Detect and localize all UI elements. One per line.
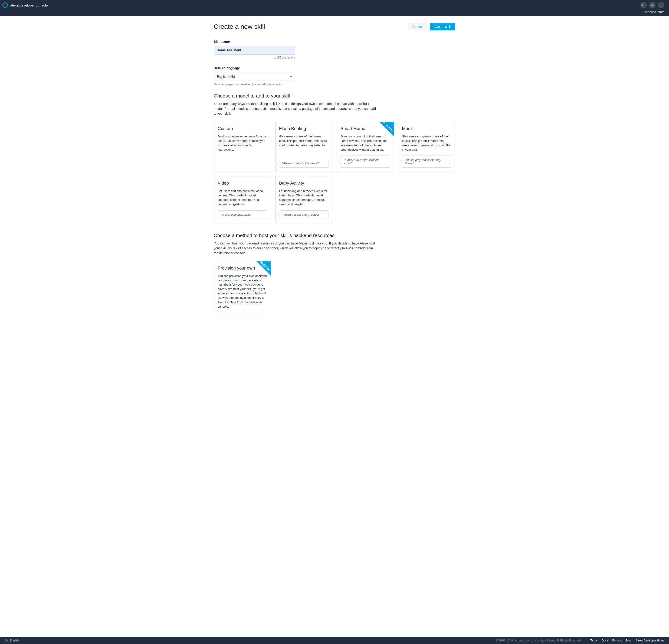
model-section-title: Choose a model to add to your skill xyxy=(214,93,455,99)
svg-point-5 xyxy=(661,6,661,7)
model-card-desc: Design a unique experience for your user… xyxy=(218,134,267,167)
model-card-desc: Let users find and consume video content… xyxy=(218,189,267,206)
header-top: alexa developer console XH xyxy=(0,0,669,10)
language-section: Default language English (US) More langu… xyxy=(214,66,455,86)
model-card-title: Video xyxy=(218,181,267,186)
model-card-title: Flash Briefing xyxy=(279,126,329,131)
footer-link-forums[interactable]: Forums xyxy=(612,639,622,642)
svg-point-7 xyxy=(6,639,7,642)
language-select[interactable]: English (US) xyxy=(214,72,295,81)
svg-line-2 xyxy=(644,5,645,6)
svg-point-3 xyxy=(661,4,661,4)
footer-right: © 2010 - 2018, Amazon.com, Inc. or its a… xyxy=(496,639,664,642)
model-card-desc: Give users complete control of their mus… xyxy=(402,134,452,152)
model-card-example: "Alexa, what's in the news?" xyxy=(279,159,329,167)
language-select-wrap: English (US) xyxy=(214,72,295,81)
footer-copyright: © 2010 - 2018, Amazon.com, Inc. or its a… xyxy=(496,639,581,642)
skill-name-section: Skill name 14/50 characters xyxy=(214,40,455,59)
header-title: alexa developer console xyxy=(10,3,48,7)
header: alexa developer console XH Feedback foru… xyxy=(0,0,669,16)
create-skill-button[interactable]: Create skill xyxy=(430,23,455,30)
model-card-baby-activity[interactable]: Baby ActivityLet users log and retrieve … xyxy=(275,176,333,223)
svg-point-6 xyxy=(5,639,8,642)
hosting-section-desc: You can self host your backend resources… xyxy=(214,241,376,255)
model-card-custom[interactable]: CustomDesign a unique experience for you… xyxy=(214,122,271,172)
page-actions: Cancel Create skill xyxy=(408,23,455,30)
footer-link-docs[interactable]: Docs xyxy=(602,639,608,642)
model-card-smart-home[interactable]: SELECTEDSmart HomeGive users control of … xyxy=(337,122,394,172)
hosting-card-desc: You can provision your own backend resou… xyxy=(218,274,267,309)
model-card-example: "Alexa, play music by Lady Gaga" xyxy=(402,156,452,167)
footer-left: English xyxy=(5,639,19,642)
model-card-title: Music xyxy=(402,126,452,131)
hosting-card-grid: SELECTEDProvision your ownYou can provis… xyxy=(214,261,455,313)
model-card-title: Baby Activity xyxy=(279,181,329,186)
hosting-card-provision-own[interactable]: SELECTEDProvision your ownYou can provis… xyxy=(214,261,271,313)
model-card-desc: Give users control of their smart home d… xyxy=(341,134,390,152)
footer-link-blog[interactable]: Blog xyxy=(626,639,631,642)
header-right: XH xyxy=(640,2,664,9)
skill-name-counter: 14/50 characters xyxy=(214,56,295,59)
footer-language[interactable]: English xyxy=(10,639,19,642)
search-icon[interactable] xyxy=(640,2,647,9)
model-card-title: Custom xyxy=(218,126,267,131)
footer-link-terms[interactable]: Terms xyxy=(590,639,598,642)
model-card-music[interactable]: MusicGive users complete control of thei… xyxy=(398,122,456,172)
header-sub: Feedback forum xyxy=(0,10,669,16)
model-card-desc: Give users control of their news feed. T… xyxy=(279,134,329,155)
globe-icon xyxy=(5,639,8,642)
svg-point-4 xyxy=(661,5,661,5)
model-section-desc: There are many ways to start building a … xyxy=(214,101,376,116)
main-content: Create a new skill Cancel Create skill S… xyxy=(204,16,465,632)
language-hint: More languages can be added to your skil… xyxy=(214,83,455,86)
model-card-desc: Let users log and retrieve events for th… xyxy=(279,189,329,206)
alexa-logo-icon xyxy=(2,2,8,8)
svg-point-1 xyxy=(642,4,644,6)
language-label: Default language xyxy=(214,66,455,70)
feedback-forum-link[interactable]: Feedback forum xyxy=(642,10,664,14)
skill-name-input[interactable] xyxy=(214,46,295,55)
more-menu-icon[interactable] xyxy=(658,2,664,9)
user-avatar[interactable]: XH xyxy=(649,2,656,9)
model-card-example: "Alexa, record a dirty diaper" xyxy=(279,210,329,219)
skill-name-label: Skill name xyxy=(214,40,455,43)
model-card-example: "Alexa, turn on the kitchen lights" xyxy=(341,156,390,167)
footer: English © 2010 - 2018, Amazon.com, Inc. … xyxy=(0,637,669,642)
page-header: Create a new skill Cancel Create skill xyxy=(214,23,455,30)
footer-link-alexa-developer-home[interactable]: Alexa Developer Home xyxy=(636,639,664,642)
model-card-example: "Alexa, play Interstellar" xyxy=(218,210,267,219)
header-left: alexa developer console xyxy=(2,2,48,8)
page-title: Create a new skill xyxy=(214,23,265,30)
cancel-button[interactable]: Cancel xyxy=(408,23,427,30)
hosting-section-title: Choose a method to host your skill's bac… xyxy=(214,233,455,238)
model-card-flash-briefing[interactable]: Flash BriefingGive users control of thei… xyxy=(275,122,333,172)
model-card-video[interactable]: VideoLet users find and consume video co… xyxy=(214,176,271,223)
svg-point-0 xyxy=(3,3,8,8)
model-card-grid: CustomDesign a unique experience for you… xyxy=(214,122,455,223)
